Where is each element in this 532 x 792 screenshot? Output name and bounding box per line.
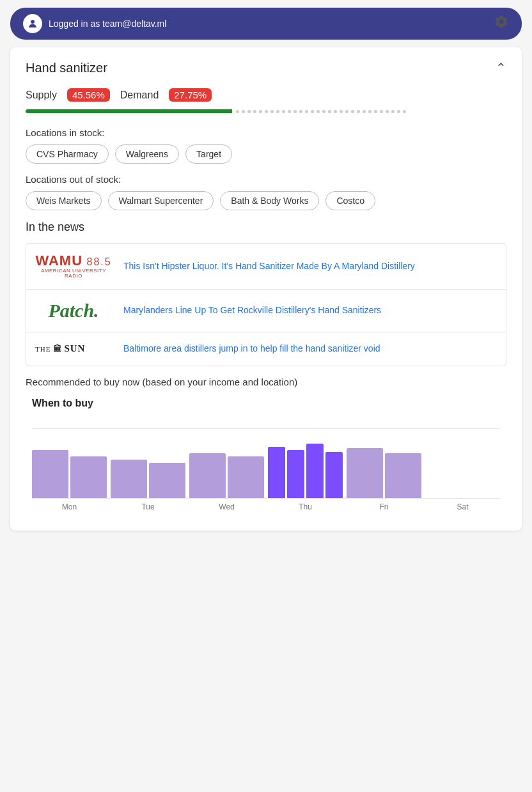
progress-dot [305,110,308,113]
progress-dot [299,110,302,113]
progress-dot [397,110,400,113]
in-stock-chip[interactable]: Target [185,144,232,164]
news-item-patch[interactable]: Patch. Marylanders Line Up To Get Rockvi… [26,290,506,332]
progress-dots [232,110,506,113]
out-of-stock-chip[interactable]: Walmart Supercenter [108,191,214,210]
progress-dot [363,110,366,113]
out-of-stock-chips: Weis MarketsWalmart SupercenterBath & Bo… [26,191,506,210]
out-of-stock-label: Locations out of stock: [26,174,506,185]
wamu-logo: WAMU 88.5 AMERICAN UNIVERSITY RADIO [35,254,112,279]
bar-group [111,460,185,498]
out-of-stock-chip[interactable]: Costco [325,191,375,210]
progress-dot [351,110,354,113]
news-item-wamu[interactable]: WAMU 88.5 AMERICAN UNIVERSITY RADIO This… [26,244,506,290]
in-stock-chip[interactable]: CVS Pharmacy [26,144,109,164]
bar-group [189,453,264,498]
chart-container: MonTueWedThuFriSat [26,422,506,511]
progress-dot [374,110,377,113]
chart-bar [325,452,343,498]
progress-dot [322,110,325,113]
progress-dot [357,110,360,113]
chart-bar [347,448,383,498]
collapse-icon[interactable]: ⌃ [496,60,506,75]
news-section-title: In the news [26,221,506,234]
in-stock-label: Locations in stock: [26,127,506,138]
progress-dot [265,110,268,113]
avatar [23,14,42,33]
header: Logged in as team@deltav.ml [10,8,522,40]
svg-point-0 [31,20,35,24]
chart-day-label: Sat [425,502,500,511]
main-card: Hand sanitizer ⌃ Supply 45.56% Demand 27… [10,47,522,531]
news-card: WAMU 88.5 AMERICAN UNIVERSITY RADIO This… [26,243,506,366]
progress-dot [317,110,320,113]
news-headline-wamu: This Isn't Hipster Liquor. It's Hand San… [123,260,415,273]
progress-dot [293,110,297,113]
chart-bar [287,450,304,498]
chart-bar [32,450,68,498]
bar-group [32,450,107,498]
chart-day-label: Tue [111,502,185,511]
news-headline-sun: Baltimore area distillers jump in to hel… [123,343,380,355]
chart-bar [70,456,107,498]
section-header: Hand sanitizer ⌃ [26,60,506,75]
in-stock-chip[interactable]: Walgreens [115,144,179,164]
progress-dot [288,110,291,113]
sun-logo: THE 🏛 SUN [35,343,112,354]
progress-dot [259,110,262,113]
demand-value: 27.75% [169,88,212,102]
progress-dot [345,110,348,113]
progress-dot [270,110,274,113]
chart-bar [385,453,421,498]
chart-day-label: Thu [268,502,343,511]
chart-bar [111,460,147,498]
recommend-text: Recommended to buy now (based on your in… [26,377,506,387]
chart-bar [268,447,285,498]
chart-labels: MonTueWedThuFriSat [32,502,500,511]
login-text: Logged in as team@deltav.ml [49,19,166,29]
progress-dot [253,110,256,113]
progress-dot [386,110,389,113]
supply-label: Supply [26,89,57,101]
chart-bar [149,463,185,498]
settings-icon[interactable] [494,14,509,33]
demand-label: Demand [120,89,159,101]
chart-day-label: Wed [189,502,264,511]
chart-area [32,422,500,499]
out-of-stock-chip[interactable]: Bath & Body Works [220,191,319,210]
progress-filled [26,109,232,113]
progress-dot [311,110,314,113]
progress-dot [247,110,251,113]
news-item-sun[interactable]: THE 🏛 SUN Baltimore area distillers jump… [26,332,506,366]
chart-bar [306,444,324,498]
progress-dot [242,110,245,113]
progress-dot [328,110,331,113]
progress-bar [26,109,506,113]
chart-day-label: Mon [32,502,107,511]
bar-group [268,444,343,498]
header-left: Logged in as team@deltav.ml [23,14,166,33]
progress-dot [380,110,383,113]
progress-dot [236,110,239,113]
when-to-buy-title: When to buy [32,398,506,409]
bar-group [347,448,421,498]
progress-dot [282,110,285,113]
in-stock-chips: CVS PharmacyWalgreensTarget [26,144,506,164]
progress-dot [391,110,395,113]
supply-value: 45.56% [67,88,110,102]
news-headline-patch: Marylanders Line Up To Get Rockville Dis… [123,304,381,317]
progress-dot [403,110,406,113]
chart-bar [189,453,226,498]
patch-logo: Patch. [35,300,112,322]
progress-dot [334,110,337,113]
progress-dot [276,110,279,113]
chart-bar [228,456,264,498]
supply-demand-row: Supply 45.56% Demand 27.75% [26,88,506,102]
out-of-stock-chip[interactable]: Weis Markets [26,191,102,210]
progress-dot [340,110,343,113]
progress-dot [368,110,372,113]
chart-day-label: Fri [347,502,421,511]
section-title: Hand sanitizer [26,61,107,75]
